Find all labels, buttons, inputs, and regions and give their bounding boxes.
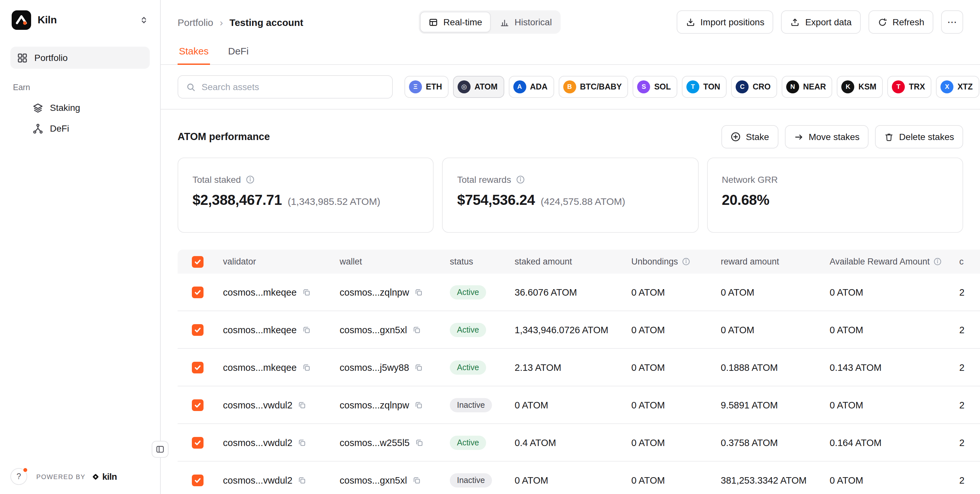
validator-address: cosmos...vwdul2	[223, 400, 292, 410]
copy-icon[interactable]	[414, 400, 423, 410]
copy-icon[interactable]	[298, 438, 307, 447]
stat-value: $2,388,467.71	[192, 192, 282, 209]
asset-filter-chip[interactable]: X XTZ	[936, 76, 979, 98]
clipped-cell: 2	[959, 362, 980, 373]
column-header: reward amount	[721, 257, 830, 266]
top-actions: Import positions Export data	[676, 10, 963, 34]
row-checkbox[interactable]	[192, 399, 204, 411]
asset-icon: C	[736, 80, 749, 93]
historical-toggle[interactable]: Historical	[492, 12, 560, 32]
realtime-toggle[interactable]: Real-time	[420, 12, 491, 32]
copy-icon[interactable]	[412, 475, 421, 484]
help-label: ?	[16, 472, 21, 481]
tab-bar: Stakes DeFi	[161, 45, 980, 65]
available-reward-amount: 0.143 ATOM	[830, 362, 959, 373]
asset-filter-chip[interactable]: C CRO	[731, 76, 777, 98]
asset-label: KSM	[859, 82, 877, 91]
asset-filter-chip[interactable]: K KSM	[837, 76, 883, 98]
kiln-logo-icon	[12, 10, 31, 30]
status-badge: Active	[450, 435, 486, 449]
powered-by-label: POWERED BY	[36, 473, 86, 480]
clipped-cell: 2	[959, 400, 980, 410]
select-all-checkbox[interactable]	[192, 256, 204, 268]
stat-sub-value: (1,343,985.52 ATOM)	[288, 196, 380, 207]
row-checkbox[interactable]	[192, 324, 204, 336]
asset-label: NEAR	[803, 82, 826, 91]
table-row: cosmos...vwdul2 cosmos...zqlnpw Inactive…	[178, 386, 980, 424]
row-checkbox[interactable]	[192, 362, 204, 373]
table-row: cosmos...vwdul2 cosmos...w255l5 Active 0…	[178, 424, 980, 462]
stat-label: Network GRR	[722, 174, 778, 185]
asset-filter-chip[interactable]: T TRX	[887, 76, 931, 98]
collapse-sidebar-button[interactable]	[152, 441, 169, 458]
section-title: ATOM performance	[178, 131, 270, 143]
refresh-label: Refresh	[892, 17, 924, 27]
copy-icon[interactable]	[302, 325, 311, 334]
asset-filter-chip[interactable]: ◎ ATOM	[453, 76, 504, 98]
more-button[interactable]: ⋯	[941, 10, 963, 34]
column-header: Available Reward Amount	[830, 257, 959, 266]
copy-icon[interactable]	[298, 475, 307, 484]
staked-amount: 36.6076 ATOM	[515, 287, 631, 297]
copy-icon[interactable]	[415, 438, 424, 447]
move-stakes-button[interactable]: Move stakes	[784, 125, 869, 148]
asset-filter-list: Ξ ETH ◎ ATOM A ADA B BTC/BABY S SOL T TO…	[404, 76, 980, 98]
unbondings-amount: 0 ATOM	[631, 400, 721, 410]
copy-icon[interactable]	[414, 363, 423, 372]
available-reward-amount: 0 ATOM	[830, 287, 959, 297]
tab-stakes[interactable]: Stakes	[178, 45, 210, 64]
help-button[interactable]: ?	[10, 468, 27, 485]
workspace-switcher[interactable]: Kiln	[10, 9, 150, 31]
breadcrumb-separator: ›	[220, 16, 223, 27]
plus-circle-icon	[730, 132, 741, 142]
sidebar-footer: ? POWERED BY kiln	[10, 468, 154, 485]
wallet-address: cosmos...j5wy88	[340, 362, 409, 373]
row-checkbox[interactable]	[192, 286, 204, 298]
asset-filter-chip[interactable]: T TON	[682, 76, 727, 98]
staked-amount: 0.4 ATOM	[515, 437, 631, 448]
delete-stakes-button[interactable]: Delete stakes	[875, 125, 963, 148]
tab-defi[interactable]: DeFi	[227, 45, 250, 64]
sidebar: Kiln Portfolio Earn	[0, 0, 161, 494]
import-positions-button[interactable]: Import positions	[676, 10, 773, 34]
stat-label: Total staked	[192, 174, 241, 185]
chevron-up-down-icon	[139, 16, 148, 25]
sidebar-item-defi[interactable]: DeFi	[26, 118, 150, 139]
asset-label: CRO	[752, 82, 771, 91]
histogram-icon	[500, 17, 509, 27]
asset-filter-chip[interactable]: S SOL	[633, 76, 677, 98]
wallet-address: cosmos...w255l5	[340, 437, 410, 448]
asset-filter-chip[interactable]: B BTC/BABY	[559, 76, 628, 98]
row-checkbox[interactable]	[192, 437, 204, 448]
copy-icon[interactable]	[302, 363, 311, 372]
asset-filter-chip[interactable]: N NEAR	[782, 76, 832, 98]
asset-filter-chip[interactable]: A ADA	[509, 76, 554, 98]
info-icon	[934, 257, 942, 266]
asset-label: XTZ	[957, 82, 972, 91]
asset-label: TRX	[909, 82, 925, 91]
historical-label: Historical	[515, 17, 552, 27]
grid-icon	[17, 52, 28, 63]
asset-icon: X	[940, 80, 953, 93]
asset-filter-chip[interactable]: Ξ ETH	[404, 76, 449, 98]
row-checkbox[interactable]	[192, 474, 204, 486]
refresh-button[interactable]: Refresh	[869, 10, 933, 34]
export-data-button[interactable]: Export data	[781, 10, 861, 34]
kiln-wordmark: kiln	[102, 471, 117, 482]
table-body: cosmos...mkeqee cosmos...zqlnpw Active 3…	[178, 274, 980, 494]
copy-icon[interactable]	[302, 287, 311, 296]
breadcrumb-portfolio[interactable]: Portfolio	[178, 16, 213, 27]
stake-button[interactable]: Stake	[721, 125, 778, 148]
sidebar-item-portfolio[interactable]: Portfolio	[10, 47, 150, 69]
copy-icon[interactable]	[414, 287, 423, 296]
layers-icon	[32, 102, 43, 113]
sidebar-item-staking[interactable]: Staking	[26, 97, 150, 118]
copy-icon[interactable]	[298, 400, 307, 410]
wallet-address: cosmos...gxn5xl	[340, 325, 407, 335]
delete-stakes-label: Delete stakes	[899, 132, 954, 142]
copy-icon[interactable]	[412, 325, 421, 334]
search-assets-input[interactable]	[202, 82, 384, 92]
search-icon	[186, 82, 196, 92]
stat-card: Network GRR 20.68%	[707, 158, 963, 233]
asset-icon: B	[563, 80, 576, 93]
